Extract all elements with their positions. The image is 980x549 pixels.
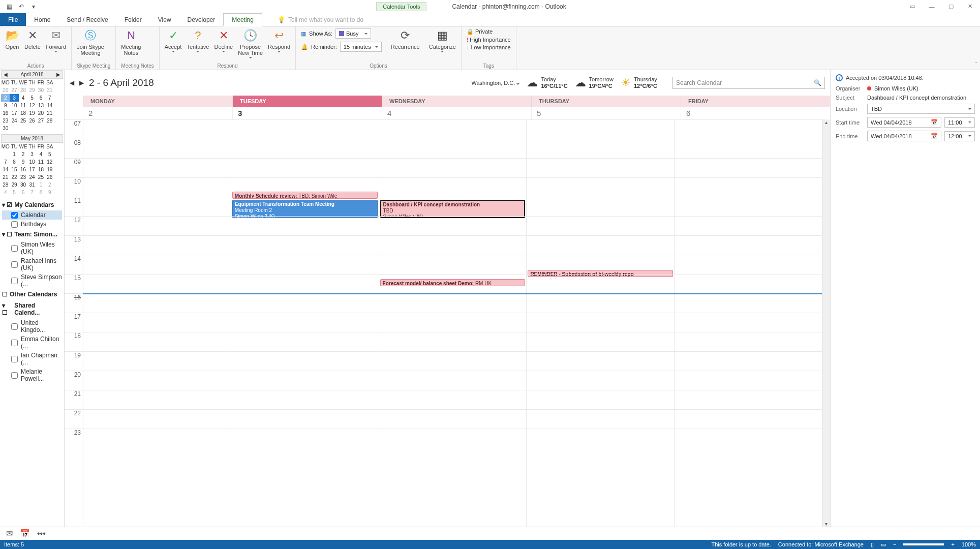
calendar-nav-icon[interactable]: 📅 <box>20 529 30 538</box>
date-cell[interactable]: 4 <box>1 189 10 196</box>
quick-access-icon[interactable]: ▦ <box>5 3 13 11</box>
date-cell[interactable]: 7 <box>27 189 36 196</box>
date-cell[interactable]: 12 <box>45 158 54 166</box>
date-cell[interactable]: 16 <box>1 109 10 117</box>
daynum-thu[interactable]: 5 <box>531 107 681 119</box>
date-cell[interactable]: 14 <box>1 166 10 173</box>
group-other[interactable]: ☐ Other Calendars <box>2 289 62 300</box>
tab-folder[interactable]: Folder <box>116 13 150 26</box>
prev-month-button[interactable]: ◀ <box>4 72 8 77</box>
categorize-button[interactable]: ▦Categorize <box>429 28 456 52</box>
tab-home[interactable]: Home <box>26 13 58 26</box>
zoom-in-button[interactable]: + <box>951 541 954 547</box>
date-cell[interactable]: 12 <box>27 102 36 109</box>
tab-meeting[interactable]: Meeting <box>223 13 262 26</box>
date-cell[interactable]: 11 <box>19 102 27 109</box>
show-as-select[interactable]: Busy <box>335 28 371 39</box>
date-cell[interactable]: 22 <box>10 173 18 181</box>
event-forecast-demo[interactable]: Forecast model/ balance sheet Demo; RM U… <box>380 279 526 286</box>
group-team[interactable]: ▾ ☐ Team: Simon... <box>2 229 62 240</box>
calendar-item-ian[interactable]: Ian Chapman (... <box>2 351 62 367</box>
calendar-item-calendar[interactable]: Calendar <box>2 210 62 220</box>
daynum-wed[interactable]: 4 <box>382 107 531 119</box>
minimize-button[interactable]: — <box>924 1 939 12</box>
calendar-item-uk[interactable]: United Kingdo... <box>2 318 62 334</box>
high-importance-button[interactable]: ! High Importance <box>467 37 511 43</box>
date-cell[interactable]: 16 <box>19 166 27 173</box>
date-cell[interactable] <box>19 125 27 132</box>
date-cell[interactable]: 25 <box>37 173 45 181</box>
date-cell[interactable]: 18 <box>37 166 45 173</box>
ribbon-display-icon[interactable]: ▭ <box>905 1 920 12</box>
zoom-out-button[interactable]: − <box>893 541 896 547</box>
calendar-item-melanie[interactable]: Melanie Powell... <box>2 367 62 383</box>
tab-send-receive[interactable]: Send / Receive <box>58 13 116 26</box>
date-cell[interactable]: 27 <box>37 117 45 125</box>
date-cell[interactable]: 27 <box>10 86 18 94</box>
forward-button[interactable]: ✉Forward <box>46 28 66 52</box>
open-button[interactable]: 📂Open <box>5 28 19 50</box>
date-cell[interactable]: 5 <box>10 189 18 196</box>
date-cell[interactable] <box>10 125 18 132</box>
start-time-field[interactable]: 11:00 <box>944 117 975 128</box>
zoom-slider[interactable] <box>903 543 944 545</box>
date-cell[interactable]: 8 <box>10 158 18 166</box>
search-calendar-input[interactable]: Search Calendar 🔍 <box>672 77 825 89</box>
decline-button[interactable]: ✕Decline <box>214 28 233 52</box>
date-cell[interactable]: 19 <box>45 166 54 173</box>
date-cell[interactable]: 4 <box>19 94 27 102</box>
calendar-item-steve[interactable]: Steve Simpson (... <box>2 272 62 289</box>
date-cell[interactable]: 3 <box>27 150 36 158</box>
calendar-icon[interactable]: 📅 <box>931 119 938 126</box>
day-slot-mon[interactable] <box>83 119 231 527</box>
date-cell[interactable] <box>27 125 36 132</box>
date-cell[interactable]: 23 <box>19 173 27 181</box>
date-cell[interactable]: 2 <box>1 94 10 102</box>
respond-button[interactable]: ↩Respond <box>268 28 290 52</box>
date-cell[interactable]: 26 <box>1 86 10 94</box>
skype-meeting-button[interactable]: ⓈJoin Skype Meeting <box>77 28 104 56</box>
date-cell[interactable]: 4 <box>37 150 45 158</box>
view-normal-icon[interactable]: ▯ <box>871 541 874 548</box>
date-cell[interactable]: 31 <box>45 86 54 94</box>
event-equipment-meeting[interactable]: Equipment Transformation Team Meeting Me… <box>232 200 378 218</box>
date-cell[interactable]: 8 <box>37 189 45 196</box>
reminder-select[interactable]: 15 minutes <box>340 42 382 52</box>
event-dashboard-demo[interactable]: Dashboard / KPI concept demonstration TB… <box>380 200 526 218</box>
date-cell[interactable]: 30 <box>37 86 45 94</box>
next-week-button[interactable]: ▶ <box>79 79 84 86</box>
daynum-tue[interactable]: 3 <box>232 107 382 119</box>
date-cell[interactable]: 30 <box>1 125 10 132</box>
calendar-grid[interactable]: 0708091011121314151617181920212223 Month… <box>65 119 830 527</box>
date-cell[interactable]: 29 <box>10 181 18 189</box>
date-cell[interactable]: 29 <box>27 86 36 94</box>
private-button[interactable]: 🔒 Private <box>467 28 511 35</box>
tab-developer[interactable]: Developer <box>179 13 224 26</box>
date-cell[interactable]: 11 <box>37 158 45 166</box>
date-cell[interactable]: 9 <box>45 189 54 196</box>
date-cell[interactable]: 20 <box>37 109 45 117</box>
date-cell[interactable]: 17 <box>10 109 18 117</box>
undo-icon[interactable]: ↶ <box>17 3 25 11</box>
date-cell[interactable]: 28 <box>19 86 27 94</box>
date-cell[interactable]: 6 <box>37 94 45 102</box>
next-month-button[interactable]: ▶ <box>56 72 60 77</box>
date-cell[interactable]: 28 <box>1 181 10 189</box>
tentative-button[interactable]: ?Tentative <box>187 28 209 52</box>
date-cell[interactable]: 14 <box>45 102 54 109</box>
date-cell[interactable]: 24 <box>10 117 18 125</box>
close-button[interactable]: ✕ <box>963 1 978 12</box>
location-picker[interactable]: Washington, D.C. <box>472 80 520 86</box>
scroll-down-icon[interactable]: ▾ <box>825 521 828 527</box>
delete-button[interactable]: ✕Delete <box>24 28 41 50</box>
end-date-field[interactable]: Wed 04/04/2018📅 <box>867 131 941 141</box>
date-cell[interactable]: 5 <box>45 150 54 158</box>
date-cell[interactable]: 2 <box>19 150 27 158</box>
event-reminder[interactable]: REMINDER - Submission of bi-weekly repo <box>528 270 673 277</box>
view-reading-icon[interactable]: ▭ <box>881 541 886 548</box>
date-cell[interactable]: 10 <box>27 158 36 166</box>
date-cell[interactable]: 6 <box>19 189 27 196</box>
accept-button[interactable]: ✓Accept <box>165 28 182 52</box>
calendar-item-simon[interactable]: Simon Wiles (UK) <box>2 240 62 256</box>
scrollbar[interactable]: ▴▾ <box>822 119 830 527</box>
